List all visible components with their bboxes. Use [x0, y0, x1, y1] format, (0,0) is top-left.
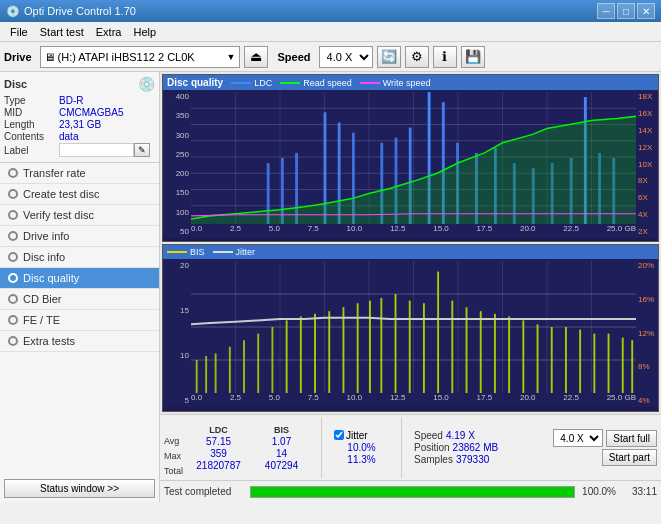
- svg-rect-56: [271, 327, 273, 393]
- svg-rect-68: [437, 272, 439, 393]
- sidebar-item-create-test-disc[interactable]: Create test disc: [0, 184, 159, 205]
- nav-icon-transfer-rate: [8, 168, 18, 178]
- progress-time: 33:11: [622, 486, 657, 497]
- bis-color: [167, 251, 187, 253]
- ldc-header: LDC: [191, 425, 246, 435]
- disc-icon: 💿: [138, 76, 155, 92]
- svg-rect-64: [380, 298, 382, 393]
- svg-rect-70: [466, 307, 468, 393]
- svg-rect-55: [257, 334, 259, 393]
- sidebar-item-extra-tests[interactable]: Extra tests: [0, 331, 159, 352]
- start-part-button[interactable]: Start part: [602, 449, 657, 466]
- nav-label-disc-quality: Disc quality: [23, 272, 79, 284]
- toolbar: Drive 🖥 (H:) ATAPI iHBS112 2 CL0K ▼ ⏏ Sp…: [0, 42, 661, 72]
- quality-speed-select[interactable]: 4.0 X: [553, 429, 603, 447]
- svg-rect-53: [229, 347, 231, 393]
- label-edit-button[interactable]: ✎: [134, 143, 150, 157]
- type-value: BD-R: [59, 95, 155, 106]
- position-val: 23862 MB: [453, 442, 499, 453]
- svg-rect-80: [608, 334, 610, 393]
- nav-label-create-test-disc: Create test disc: [23, 188, 99, 200]
- sidebar-item-disc-info[interactable]: Disc info: [0, 247, 159, 268]
- legend-ldc-label: LDC: [254, 78, 272, 88]
- speed-select[interactable]: 4.0 X: [319, 46, 373, 68]
- speed-current: 4.19 X: [446, 430, 475, 441]
- samples-key: Samples: [414, 454, 453, 465]
- disc-section-title: Disc: [4, 78, 27, 90]
- drive-select[interactable]: 🖥 (H:) ATAPI iHBS112 2 CL0K ▼: [40, 46, 240, 68]
- legend-jitter: Jitter: [213, 247, 256, 257]
- ldc-total: 21820787: [191, 460, 246, 471]
- status-window-button[interactable]: Status window >>: [4, 479, 155, 498]
- total-row-label: Total: [164, 464, 183, 478]
- chart-ldc: Disc quality LDC Read speed Write speed: [162, 74, 659, 242]
- chart-ldc-header: Disc quality LDC Read speed Write speed: [163, 75, 658, 90]
- svg-rect-72: [494, 314, 496, 393]
- progress-bar-container: Test completed 100.0% 33:11: [160, 480, 661, 502]
- drive-value: (H:) ATAPI iHBS112 2 CL0K: [58, 51, 195, 63]
- nav-icon-cd-bier: [8, 294, 18, 304]
- menu-file[interactable]: File: [4, 25, 34, 39]
- sidebar-item-fe-te[interactable]: FE / TE: [0, 310, 159, 331]
- jitter-checkbox[interactable]: [334, 430, 344, 440]
- ldc-color: [231, 82, 251, 84]
- bis-avg: 1.07: [254, 436, 309, 447]
- chart-bis-inner: 20 15 10 5 20% 16% 12% 8% 4%: [163, 259, 658, 407]
- start-full-button[interactable]: Start full: [606, 430, 657, 447]
- chart-ldc-svg: [191, 92, 636, 224]
- svg-rect-62: [357, 303, 359, 393]
- title-bar-title: 💿 Opti Drive Control 1.70: [6, 5, 136, 18]
- stats-jitter-col: Jitter 10.0% 11.3%: [334, 430, 389, 466]
- jitter-label: Jitter: [346, 430, 368, 441]
- menu-extra[interactable]: Extra: [90, 25, 128, 39]
- svg-rect-67: [423, 303, 425, 393]
- legend-jitter-label: Jitter: [236, 247, 256, 257]
- settings-button[interactable]: ⚙: [405, 46, 429, 68]
- drive-icon: 🖥: [44, 51, 55, 63]
- bis-max: 14: [254, 448, 309, 459]
- label-input[interactable]: [59, 143, 134, 157]
- chart-bis: BIS Jitter 20 15 10 5: [162, 244, 659, 412]
- length-value: 23,31 GB: [59, 119, 155, 130]
- title-bar: 💿 Opti Drive Control 1.70 ─ □ ✕: [0, 0, 661, 22]
- speed-key: Speed: [414, 430, 443, 441]
- svg-rect-73: [508, 316, 510, 393]
- sidebar-item-verify-test-disc[interactable]: Verify test disc: [0, 205, 159, 226]
- close-button[interactable]: ✕: [637, 3, 655, 19]
- svg-rect-69: [451, 301, 453, 393]
- svg-rect-66: [409, 301, 411, 393]
- nav-label-disc-info: Disc info: [23, 251, 65, 263]
- chart-bis-svg: [191, 261, 636, 393]
- nav-icon-drive-info: [8, 231, 18, 241]
- refresh-button[interactable]: 🔄: [377, 46, 401, 68]
- svg-rect-65: [395, 294, 397, 393]
- minimize-button[interactable]: ─: [597, 3, 615, 19]
- eject-button[interactable]: ⏏: [244, 46, 268, 68]
- type-key: Type: [4, 95, 59, 106]
- nav-label-transfer-rate: Transfer rate: [23, 167, 86, 179]
- y-axis-left-bis: 20 15 10 5: [163, 259, 191, 407]
- position-key: Position: [414, 442, 450, 453]
- progress-percent: 100.0%: [581, 486, 616, 497]
- sidebar-item-drive-info[interactable]: Drive info: [0, 226, 159, 247]
- nav-label-drive-info: Drive info: [23, 230, 69, 242]
- legend-read-label: Read speed: [303, 78, 352, 88]
- nav-label-cd-bier: CD Bier: [23, 293, 62, 305]
- menu-start-test[interactable]: Start test: [34, 25, 90, 39]
- nav-label-extra-tests: Extra tests: [23, 335, 75, 347]
- svg-rect-63: [369, 301, 371, 393]
- info-button[interactable]: ℹ: [433, 46, 457, 68]
- sidebar-item-transfer-rate[interactable]: Transfer rate: [0, 163, 159, 184]
- save-button[interactable]: 💾: [461, 46, 485, 68]
- sidebar-item-disc-quality[interactable]: Disc quality: [0, 268, 159, 289]
- maximize-button[interactable]: □: [617, 3, 635, 19]
- jitter-checkbox-row: Jitter: [334, 430, 389, 441]
- main-area: Disc 💿 Type BD-R MID CMCMAGBA5 Length 23…: [0, 72, 661, 502]
- chart-container: Disc quality LDC Read speed Write speed: [160, 72, 661, 414]
- contents-key: Contents: [4, 131, 59, 142]
- legend-ldc: LDC: [231, 78, 272, 88]
- menu-help[interactable]: Help: [127, 25, 162, 39]
- nav-label-fe-te: FE / TE: [23, 314, 60, 326]
- y-axis-right-ldc: 18X 16X 14X 12X 10X 8X 6X 4X 2X: [636, 90, 658, 238]
- sidebar-item-cd-bier[interactable]: CD Bier: [0, 289, 159, 310]
